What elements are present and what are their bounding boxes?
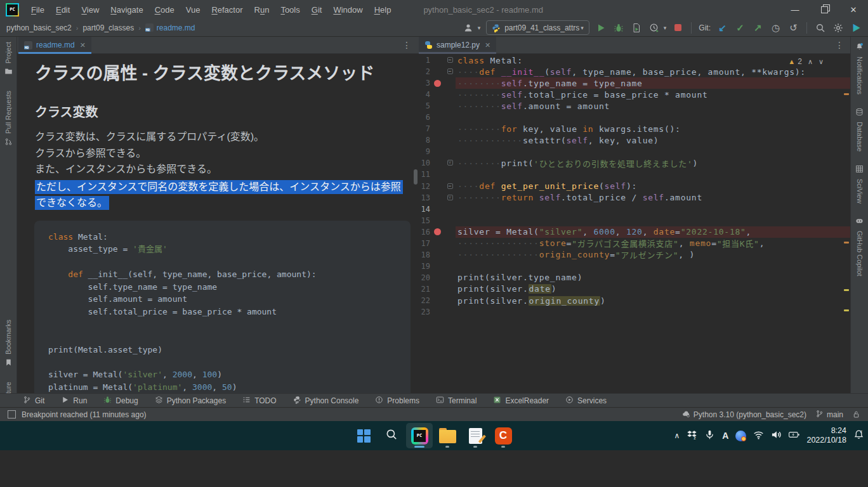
tool-window-button-project[interactable]: Project	[4, 42, 13, 78]
error-stripe[interactable]	[843, 54, 850, 430]
close-button[interactable]: ✕	[839, 0, 868, 19]
restore-button[interactable]	[810, 0, 839, 19]
gutter[interactable]: 3	[418, 77, 456, 89]
tool-window-button-run[interactable]: Run	[55, 394, 93, 407]
gutter[interactable]: 1−	[418, 55, 456, 66]
gutter[interactable]: 6	[418, 112, 456, 123]
stripe-mark[interactable]	[844, 242, 849, 244]
taskbar-pycharm-button[interactable]: PC	[406, 423, 433, 448]
tool-window-button-git[interactable]: Git	[16, 394, 51, 407]
more-options-icon[interactable]: ⋮	[829, 37, 850, 53]
gutter[interactable]: 5	[418, 100, 456, 112]
tool-window-button-sciview[interactable]: SciView	[855, 164, 864, 204]
menu-code[interactable]: Code	[149, 1, 180, 18]
tab-readme[interactable]: readme.md ✕	[18, 37, 91, 53]
gutter[interactable]: 14	[418, 204, 456, 215]
gutter[interactable]: 7	[418, 123, 456, 134]
tool-window-button-services[interactable]: Services	[559, 394, 613, 407]
settings-button[interactable]	[832, 22, 844, 34]
tool-window-button-pull-requests[interactable]: Pull Requests	[4, 91, 13, 148]
git-branch-selector[interactable]: main	[815, 410, 843, 420]
ime-mode-indicator[interactable]: A	[722, 431, 728, 441]
hidden-icons-chevron-icon[interactable]: ∧	[674, 431, 680, 440]
code-with-me-icon[interactable]	[463, 22, 475, 34]
interpreter-selector[interactable]: Python 3.10 (python_basic_sec2)	[682, 410, 806, 420]
next-problem-icon[interactable]: ∨	[819, 58, 824, 66]
fold-marker-icon[interactable]: ˅	[447, 160, 453, 166]
stripe-mark[interactable]	[844, 309, 849, 311]
run-coverage-button[interactable]	[631, 22, 643, 34]
history-button[interactable]: ◷	[770, 22, 782, 34]
stripe-mark[interactable]	[844, 93, 849, 95]
tool-window-button-github-copilot[interactable]: GitHub Copilot	[855, 216, 864, 276]
tool-window-button-terminal[interactable]: Terminal	[430, 394, 483, 407]
minimize-button[interactable]: —	[780, 0, 810, 19]
tool-window-button-bookmarks[interactable]: Bookmarks	[4, 320, 13, 369]
taskbar-camtasia-button[interactable]: C	[490, 423, 516, 448]
gutter[interactable]: 12−	[418, 181, 456, 192]
menu-window[interactable]: Window	[327, 1, 368, 18]
gutter[interactable]: 2−	[418, 66, 456, 77]
taskbar-start-button[interactable]	[350, 423, 377, 448]
menu-edit[interactable]: Edit	[50, 1, 76, 18]
search-everywhere-button[interactable]	[814, 22, 826, 34]
rollback-button[interactable]: ↺	[787, 22, 799, 34]
profiler-button[interactable]	[648, 22, 661, 34]
gutter[interactable]: 13˅	[418, 192, 456, 204]
git-push-button[interactable]: ↗	[752, 22, 764, 34]
debug-button[interactable]	[613, 22, 625, 34]
stripe-mark[interactable]	[844, 289, 849, 291]
dropbox-icon[interactable]: z	[687, 429, 697, 443]
gutter[interactable]: 22	[418, 295, 456, 306]
fold-marker-icon[interactable]: ˅	[447, 195, 453, 200]
gutter[interactable]: 21	[418, 283, 456, 295]
fold-marker-icon[interactable]: −	[447, 68, 453, 74]
menu-view[interactable]: View	[76, 1, 105, 18]
menu-help[interactable]: Help	[369, 1, 397, 18]
tool-window-button-todo[interactable]: TODO	[236, 394, 282, 407]
fold-marker-icon[interactable]: −	[447, 183, 453, 189]
gutter[interactable]: 18	[418, 249, 456, 261]
notification-bell-icon[interactable]: z	[853, 429, 864, 443]
microphone-icon[interactable]	[704, 429, 715, 443]
gutter[interactable]: 15	[418, 215, 456, 226]
gutter[interactable]: 11	[418, 169, 456, 180]
prev-problem-icon[interactable]: ∧	[808, 58, 813, 66]
plugin-icon[interactable]	[850, 22, 862, 34]
gutter[interactable]: 9	[418, 146, 456, 157]
clock[interactable]: 8:24 2022/10/18	[806, 426, 846, 445]
git-update-button[interactable]: ↙	[716, 22, 728, 34]
tool-window-button-excelreader[interactable]: ExcelReader	[487, 394, 555, 407]
tool-window-button-python-packages[interactable]: Python Packages	[148, 394, 232, 407]
tool-window-button-notifications[interactable]: Notifications	[855, 42, 864, 94]
breakpoint-icon[interactable]	[434, 228, 441, 235]
taskbar-explorer-button[interactable]	[434, 423, 461, 448]
run-button[interactable]	[595, 22, 607, 34]
menu-run[interactable]: Run	[249, 1, 275, 18]
tool-window-button-database[interactable]: Database	[855, 107, 864, 152]
browser-tray-icon[interactable]	[735, 431, 746, 441]
gutter[interactable]: 4	[418, 89, 456, 100]
tool-window-button-problems[interactable]: Problems	[369, 394, 426, 407]
gutter[interactable]: 16	[418, 226, 456, 238]
gutter[interactable]: 23	[418, 306, 456, 318]
menu-tools[interactable]: Tools	[275, 1, 305, 18]
gutter[interactable]: 20	[418, 272, 456, 283]
more-options-icon[interactable]: ⋮	[396, 37, 418, 53]
menu-vue[interactable]: Vue	[180, 1, 206, 18]
taskbar-notepad-button[interactable]	[462, 423, 489, 448]
taskbar-search-button[interactable]	[378, 423, 405, 448]
git-commit-button[interactable]: ✓	[734, 22, 746, 34]
tool-window-button-python-console[interactable]: Python Console	[287, 394, 365, 407]
menu-git[interactable]: Git	[306, 1, 328, 18]
code-editor[interactable]: ▲ 2 ∧ ∨ 1−class Metal:2−····def __init__…	[418, 54, 850, 430]
volume-icon[interactable]	[771, 429, 782, 443]
gutter[interactable]: 17	[418, 238, 456, 249]
gutter[interactable]: 8	[418, 134, 456, 146]
menu-refactor[interactable]: Refactor	[206, 1, 248, 18]
tab-sample12[interactable]: sample12.py ✕	[419, 37, 496, 53]
close-icon[interactable]: ✕	[485, 41, 490, 49]
close-icon[interactable]: ✕	[80, 41, 86, 49]
inspections-widget[interactable]: ▲ 2 ∧ ∨	[788, 57, 824, 66]
menu-navigate[interactable]: Navigate	[105, 1, 148, 18]
